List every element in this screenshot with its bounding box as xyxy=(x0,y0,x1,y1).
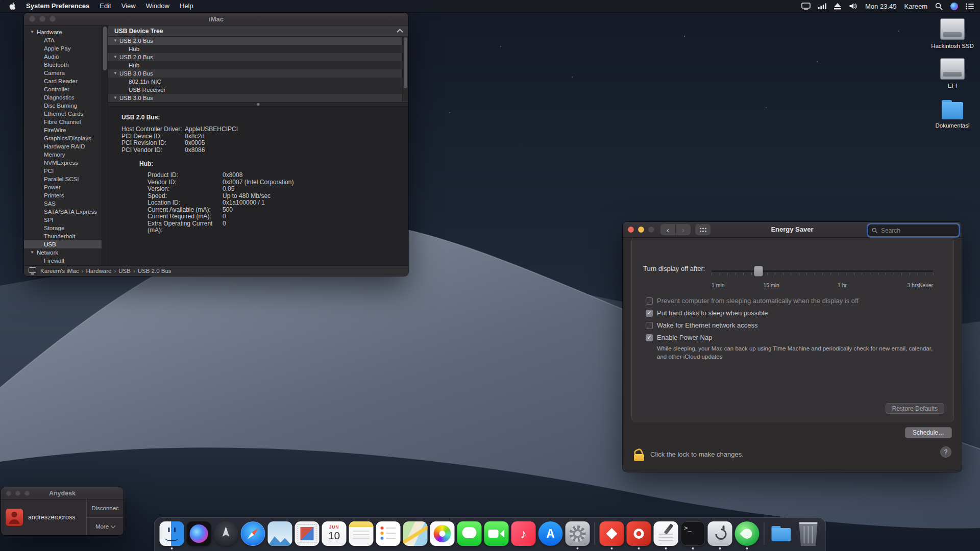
tree-scrollbar[interactable] xyxy=(402,36,408,102)
menu-window[interactable]: Window xyxy=(141,0,175,12)
dock-facetime-icon[interactable] xyxy=(484,521,509,546)
dock-trash-icon[interactable] xyxy=(796,521,821,546)
checkbox-prevent-computer-from-sleeping[interactable] xyxy=(646,297,653,305)
sidebar-item-printers[interactable]: Printers xyxy=(24,191,102,199)
restore-defaults-button[interactable]: Restore Defaults xyxy=(886,403,944,414)
tree-row-usb-receiver[interactable]: USB Receiver xyxy=(108,86,408,94)
zoom-button[interactable] xyxy=(50,16,56,22)
sidebar-item-thunderbolt[interactable]: Thunderbolt xyxy=(24,232,102,240)
dock-downloads-folder-icon[interactable] xyxy=(769,521,794,546)
sidebar-item-bluetooth[interactable]: Bluetooth xyxy=(24,61,102,69)
dock-anydesk-icon[interactable] xyxy=(600,521,624,546)
sidebar-item-usb[interactable]: USB xyxy=(24,240,102,248)
minimize-button[interactable] xyxy=(638,227,644,233)
scrollbar-thumb[interactable] xyxy=(404,37,407,88)
menu-edit[interactable]: Edit xyxy=(94,0,116,12)
sidebar-item-storage[interactable]: Storage xyxy=(24,224,102,232)
sidebar-item-camera[interactable]: Camera xyxy=(24,69,102,77)
close-button[interactable] xyxy=(628,227,634,233)
desktop-icon-hackintosh-ssd[interactable]: Hackintosh SSD xyxy=(928,18,977,49)
sidebar-item-card-reader[interactable]: Card Reader xyxy=(24,77,102,85)
dock-messages-icon[interactable] xyxy=(457,521,482,546)
sidebar-scrollbar[interactable] xyxy=(102,26,108,266)
dock-appstore-icon[interactable]: A xyxy=(538,521,563,546)
checkbox-put-hard-disks-to[interactable]: ✓ xyxy=(646,310,653,317)
fast-user-switching-menu[interactable]: Kareem xyxy=(904,3,927,10)
sidebar-item-audio[interactable]: Audio xyxy=(24,53,102,61)
tree-row-usb-2-0-bus[interactable]: ▼USB 2.0 Bus xyxy=(108,37,408,45)
menu-bar-clock[interactable]: Mon 23.45 xyxy=(865,3,896,10)
desktop-icon-efi[interactable]: EFI xyxy=(928,58,977,89)
sidebar-item-ata[interactable]: ATA xyxy=(24,36,102,44)
collapse-chevron-icon[interactable] xyxy=(397,29,403,35)
search-field[interactable] xyxy=(868,224,959,236)
checkbox-enable-power-nap[interactable]: ✓ xyxy=(646,334,653,341)
close-button[interactable] xyxy=(29,16,35,22)
volume-icon[interactable] xyxy=(849,3,857,10)
minimize-button[interactable] xyxy=(39,16,45,22)
dock-green-app-icon[interactable] xyxy=(735,521,760,546)
breadcrumb-item-usb-2-0-bus[interactable]: USB 2.0 Bus xyxy=(138,268,172,274)
sidebar-section-network[interactable]: ▼Network xyxy=(24,248,102,257)
dock-siri-icon[interactable] xyxy=(187,521,211,546)
apple-menu[interactable] xyxy=(6,2,21,10)
tree-row-usb-3-0-bus[interactable]: ▼USB 3.0 Bus xyxy=(108,94,408,102)
menu-system-preferences[interactable]: System Preferences xyxy=(21,0,94,12)
lock-icon[interactable] xyxy=(634,449,644,461)
dock-anydesk-alt-icon[interactable] xyxy=(627,521,651,546)
sidebar-item-fibre-channel[interactable]: Fibre Channel xyxy=(24,118,102,126)
back-button[interactable]: ‹ xyxy=(660,224,675,235)
sidebar-item-ethernet-cards[interactable]: Ethernet Cards xyxy=(24,110,102,118)
disclosure-triangle-icon[interactable]: ▼ xyxy=(113,96,117,100)
sidebar-item-spi[interactable]: SPI xyxy=(24,216,102,224)
siri-icon[interactable] xyxy=(950,3,958,10)
pane-resize-handle[interactable] xyxy=(108,102,408,107)
slider-thumb[interactable] xyxy=(754,266,763,277)
sidebar-section-hardware[interactable]: ▼Hardware xyxy=(24,28,102,36)
sidebar-item-parallel-scsi[interactable]: Parallel SCSI xyxy=(24,175,102,183)
display-off-slider[interactable]: 1 min15 min1 hr3 hrsNever xyxy=(712,266,933,276)
show-all-preferences-button[interactable] xyxy=(695,224,710,235)
signal-strength-icon[interactable] xyxy=(818,3,826,9)
disconnect-button[interactable]: Disconnec xyxy=(87,499,124,518)
sidebar-item-hardware-raid[interactable]: Hardware RAID xyxy=(24,142,102,151)
sysinfo-titlebar[interactable]: iMac xyxy=(24,13,408,26)
close-button[interactable] xyxy=(6,491,11,496)
dock-stamps-icon[interactable] xyxy=(295,521,320,546)
scrollbar-thumb[interactable] xyxy=(103,27,107,70)
more-button[interactable]: More xyxy=(87,518,124,536)
sidebar-item-firewall[interactable]: Firewall xyxy=(24,257,102,265)
sidebar-item-pci[interactable]: PCI xyxy=(24,167,102,175)
dock-music-icon[interactable]: ♪ xyxy=(511,521,536,546)
sidebar-item-disc-burning[interactable]: Disc Burning xyxy=(24,102,102,110)
menu-help[interactable]: Help xyxy=(175,0,199,12)
disclosure-triangle-icon[interactable]: ▼ xyxy=(113,71,117,76)
sidebar-item-power[interactable]: Power xyxy=(24,183,102,191)
breadcrumb-item-kareem-s-imac[interactable]: Kareem's iMac xyxy=(40,268,79,274)
sidebar-item-diagnostics[interactable]: Diagnostics xyxy=(24,93,102,102)
dock-notes-icon[interactable] xyxy=(349,521,374,546)
energy-titlebar[interactable]: Energy Saver ‹ › xyxy=(623,222,962,238)
sidebar-item-sas[interactable]: SAS xyxy=(24,199,102,208)
tree-row-hub[interactable]: Hub xyxy=(108,61,408,69)
dock-preview-icon[interactable] xyxy=(268,521,292,546)
disclosure-triangle-icon[interactable]: ▼ xyxy=(113,39,117,43)
dock-photos-icon[interactable] xyxy=(430,521,455,546)
anydesk-titlebar[interactable]: Anydesk xyxy=(1,487,124,500)
eject-icon[interactable] xyxy=(834,3,841,10)
spotlight-search-icon[interactable] xyxy=(935,3,943,10)
dock-terminal-icon[interactable]: >_ xyxy=(681,521,705,546)
sidebar-item-firewire[interactable]: FireWire xyxy=(24,126,102,134)
tree-row-usb-2-0-bus[interactable]: ▼USB 2.0 Bus xyxy=(108,53,408,61)
tree-row-usb-3-0-bus[interactable]: ▼USB 3.0 Bus xyxy=(108,69,408,78)
sidebar-item-graphics-displays[interactable]: Graphics/Displays xyxy=(24,134,102,142)
dock-calendar-icon[interactable]: JUN10 xyxy=(322,521,347,546)
sidebar-item-memory[interactable]: Memory xyxy=(24,151,102,159)
notification-center-icon[interactable] xyxy=(966,3,974,10)
sidebar-item-sata-sata-express[interactable]: SATA/SATA Express xyxy=(24,208,102,216)
schedule-button[interactable]: Schedule… xyxy=(905,427,952,438)
search-input[interactable] xyxy=(880,227,955,235)
dock-maps-icon[interactable] xyxy=(403,521,428,546)
breadcrumb-item-hardware[interactable]: Hardware xyxy=(86,268,112,274)
dock-text-editor-icon[interactable] xyxy=(654,521,678,546)
